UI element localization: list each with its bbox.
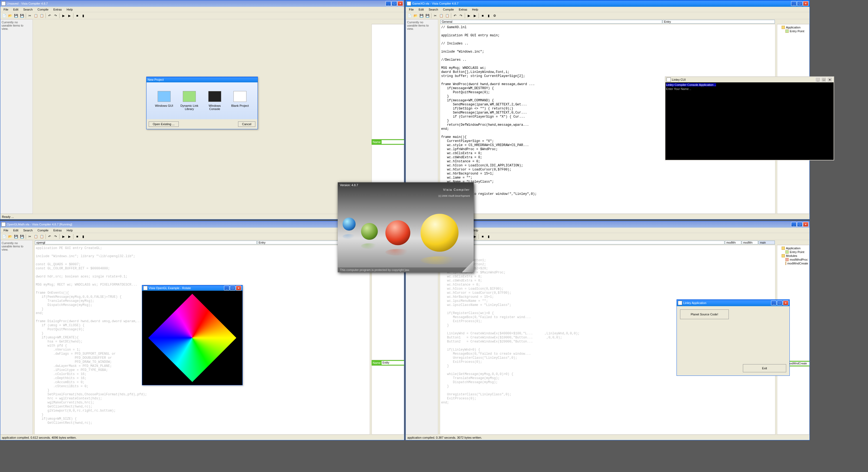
compile-icon[interactable]: ▶ [61, 234, 66, 239]
menu-file[interactable]: File [1, 228, 10, 233]
tab-active[interactable]: main [758, 241, 775, 244]
save-icon[interactable]: 💾 [419, 13, 424, 19]
tab[interactable]: modWn [742, 241, 758, 244]
copy-icon[interactable]: 📋 [33, 234, 38, 239]
redo-icon[interactable]: ↷ [53, 13, 58, 19]
menu-search[interactable]: Search [21, 7, 35, 12]
section-combo[interactable]: opengl [35, 241, 257, 244]
gear-icon[interactable]: ⚙ [492, 13, 497, 19]
menu-extras[interactable]: Extras [457, 7, 469, 12]
maximize-button[interactable]: □ [821, 77, 827, 82]
break-icon[interactable]: ▮ [486, 13, 491, 19]
linley-titlebar[interactable]: Linley Application _□× [677, 300, 789, 306]
minimize-button[interactable]: _ [224, 286, 229, 291]
minimize-button[interactable]: _ [815, 77, 820, 82]
tree-modules[interactable]: Modules [778, 254, 808, 258]
name-input[interactable] [381, 361, 404, 365]
minimize-button[interactable]: _ [791, 222, 797, 227]
project-tree[interactable] [372, 24, 404, 139]
close-button[interactable]: × [236, 286, 241, 291]
maximize-button[interactable]: □ [777, 300, 782, 305]
tree-entry[interactable]: Entry Point [778, 250, 808, 254]
copy-icon[interactable]: 📋 [33, 13, 38, 19]
cancel-button[interactable]: Cancel [238, 121, 255, 127]
minimize-button[interactable]: _ [771, 300, 776, 305]
menu-search[interactable]: Search [21, 228, 35, 233]
menu-compile[interactable]: Compile [35, 7, 51, 12]
proj-type-console[interactable]: Windows Console [204, 91, 226, 111]
stop-icon[interactable]: ■ [480, 13, 485, 19]
menu-edit[interactable]: Edit [416, 7, 426, 12]
menu-extras[interactable]: Extras [51, 228, 64, 233]
menu-edit[interactable]: Edit [11, 228, 21, 233]
paste-icon[interactable]: 📋 [444, 13, 450, 19]
name-input[interactable] [381, 140, 404, 144]
maximize-button[interactable]: □ [797, 222, 802, 227]
console-titlebar[interactable]: Linley CUI _□× [665, 77, 834, 82]
tree-mod2[interactable]: modWndCreate [778, 262, 808, 265]
redo-icon[interactable]: ↷ [53, 234, 58, 239]
section-combo[interactable] [440, 241, 724, 244]
undo-icon[interactable]: ↶ [452, 13, 458, 19]
copy-icon[interactable]: 📋 [438, 13, 444, 19]
newproj-titlebar[interactable]: New Project [147, 77, 257, 82]
cut-icon[interactable]: ✂ [433, 13, 438, 19]
proj-type-blank[interactable]: Blank Project [229, 91, 251, 111]
stop-icon[interactable]: ■ [74, 13, 80, 19]
saveall-icon[interactable]: 💾 [19, 13, 25, 19]
section-combo[interactable]: General [440, 20, 662, 24]
run-icon[interactable]: ▶ [67, 13, 72, 19]
undo-icon[interactable]: ↶ [47, 13, 52, 19]
tree-app[interactable]: Application [778, 26, 808, 29]
cut-icon[interactable]: ✂ [27, 13, 32, 19]
new-icon[interactable]: 📄 [407, 13, 412, 19]
save-icon[interactable]: 💾 [13, 13, 19, 19]
stop-icon[interactable]: ■ [74, 234, 80, 239]
exit-button[interactable]: Exit [743, 364, 786, 372]
redo-icon[interactable]: ↷ [458, 13, 464, 19]
open-icon[interactable]: 📂 [7, 13, 13, 19]
new-icon[interactable]: 📄 [1, 234, 7, 239]
w1-titlebar[interactable]: Unsaved - Visia Compiler 4.8.7 _ □ × [0, 0, 404, 7]
tree-app[interactable]: Application [778, 246, 808, 250]
break-icon[interactable]: ▮ [81, 234, 86, 239]
break-icon[interactable]: ▮ [81, 13, 86, 19]
new-icon[interactable]: 📄 [1, 13, 7, 19]
close-button[interactable]: × [803, 1, 808, 6]
w2-titlebar[interactable]: GameXO.vla - Visia Compiler 4.8.7 _ □ × [406, 0, 809, 7]
maximize-button[interactable]: □ [392, 1, 397, 6]
tree-entry[interactable]: Entry Point [778, 29, 808, 33]
run-icon[interactable]: ▶ [67, 234, 72, 239]
open-icon[interactable]: 📂 [413, 13, 418, 19]
menu-file[interactable]: File [1, 7, 10, 12]
paste-icon[interactable]: 📋 [39, 13, 44, 19]
cut-icon[interactable]: ✂ [27, 234, 32, 239]
paste-icon[interactable]: 📋 [39, 234, 44, 239]
close-button[interactable]: × [803, 222, 808, 227]
console-body[interactable]: Linley Compiler Console Application .. E… [665, 82, 834, 160]
minimize-button[interactable]: _ [386, 1, 391, 6]
close-button[interactable]: × [783, 300, 788, 305]
open-existing-button[interactable]: Open Existing ... [149, 121, 179, 127]
menu-extras[interactable]: Extras [51, 7, 64, 12]
break-icon[interactable]: ▮ [486, 234, 491, 239]
menu-file[interactable]: File [407, 7, 416, 12]
saveall-icon[interactable]: 💾 [19, 234, 25, 239]
minimize-button[interactable]: _ [791, 1, 797, 6]
tab[interactable]: modWn [725, 241, 741, 244]
open-icon[interactable]: 📂 [7, 234, 13, 239]
undo-icon[interactable]: ↶ [47, 234, 52, 239]
compile-icon[interactable]: ▶ [61, 13, 66, 19]
stop-icon[interactable]: ■ [480, 234, 485, 239]
name-input[interactable] [787, 362, 809, 365]
proj-type-wingui[interactable]: Windows GUI [153, 91, 175, 111]
close-button[interactable]: × [827, 77, 833, 82]
planet-source-button[interactable]: Planet Source Code! [680, 309, 729, 319]
maximize-button[interactable]: □ [797, 1, 802, 6]
save-icon[interactable]: 💾 [13, 234, 19, 239]
menu-help[interactable]: Help [64, 228, 75, 233]
menu-help[interactable]: Help [470, 7, 480, 12]
run-icon[interactable]: ▶ [472, 13, 477, 19]
member-combo[interactable]: Entry [663, 20, 775, 24]
menu-search[interactable]: Search [427, 7, 440, 12]
